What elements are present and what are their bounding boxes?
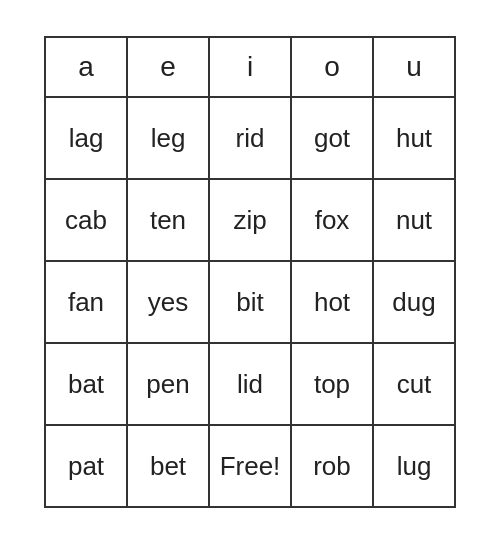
header-e: e xyxy=(127,37,209,97)
table-cell: cab xyxy=(45,179,127,261)
table-cell: rid xyxy=(209,97,291,179)
table-row: patbetFree!roblug xyxy=(45,425,455,507)
table-cell: leg xyxy=(127,97,209,179)
table-cell: cut xyxy=(373,343,455,425)
table-cell: zip xyxy=(209,179,291,261)
table-row: batpenlidtopcut xyxy=(45,343,455,425)
table-cell: fan xyxy=(45,261,127,343)
header-o: o xyxy=(291,37,373,97)
table-cell: ten xyxy=(127,179,209,261)
table-cell: yes xyxy=(127,261,209,343)
table-cell: rob xyxy=(291,425,373,507)
table-cell: Free! xyxy=(209,425,291,507)
table-row: laglegridgothut xyxy=(45,97,455,179)
table-row: cabtenzipfoxnut xyxy=(45,179,455,261)
header-u: u xyxy=(373,37,455,97)
table-cell: pat xyxy=(45,425,127,507)
bingo-board: a e i o u laglegridgothutcabtenzipfoxnut… xyxy=(44,36,456,508)
table-cell: lid xyxy=(209,343,291,425)
table-cell: hut xyxy=(373,97,455,179)
table-cell: lug xyxy=(373,425,455,507)
table-cell: bit xyxy=(209,261,291,343)
header-row: a e i o u xyxy=(45,37,455,97)
table-cell: pen xyxy=(127,343,209,425)
bingo-table: a e i o u laglegridgothutcabtenzipfoxnut… xyxy=(44,36,456,508)
table-cell: lag xyxy=(45,97,127,179)
table-cell: hot xyxy=(291,261,373,343)
header-a: a xyxy=(45,37,127,97)
table-cell: bat xyxy=(45,343,127,425)
table-cell: got xyxy=(291,97,373,179)
table-cell: top xyxy=(291,343,373,425)
table-row: fanyesbithotdug xyxy=(45,261,455,343)
table-cell: bet xyxy=(127,425,209,507)
table-cell: fox xyxy=(291,179,373,261)
header-i: i xyxy=(209,37,291,97)
table-cell: nut xyxy=(373,179,455,261)
table-cell: dug xyxy=(373,261,455,343)
